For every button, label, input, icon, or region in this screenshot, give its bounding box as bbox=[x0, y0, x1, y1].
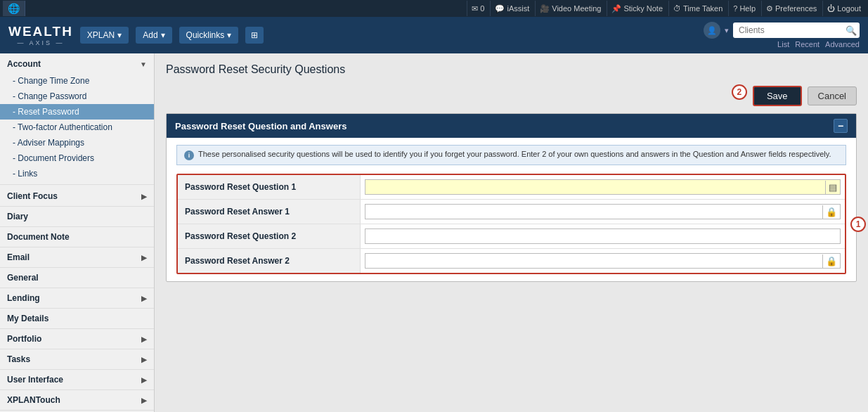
lock-icon-2[interactable]: 🔒 bbox=[822, 255, 840, 268]
sidebar-item-document-providers[interactable]: - Document Providers bbox=[0, 150, 154, 166]
logo: WEALTH — AXIS — bbox=[8, 24, 73, 46]
answer1-input[interactable] bbox=[365, 205, 822, 219]
answer1-input-wrap: 🔒 bbox=[365, 204, 841, 219]
logo-sub: — AXIS — bbox=[17, 39, 64, 46]
add-button[interactable]: Add ▾ bbox=[136, 27, 171, 44]
sidebar-user-interface[interactable]: User Interface ▶ bbox=[0, 370, 154, 390]
iassist-button[interactable]: 💬 iAssist bbox=[490, 1, 533, 16]
question1-input-wrap: ▤ bbox=[365, 179, 841, 195]
chevron-down-icon: ▾ bbox=[161, 30, 165, 40]
field-answer1: 🔒 bbox=[361, 201, 845, 222]
form-section: Password Reset Question 1 ▤ Password Res… bbox=[176, 174, 846, 274]
form-row-answer1: Password Reset Answer 1 🔒 bbox=[178, 200, 845, 224]
logout-button[interactable]: ⏻ Logout bbox=[822, 1, 865, 16]
help-button[interactable]: ? Help bbox=[728, 1, 760, 16]
panel-title: Password Reset Question and Answers bbox=[175, 121, 346, 131]
chevron-right-icon: ▶ bbox=[141, 356, 147, 363]
gear-icon: ⚙ bbox=[766, 4, 773, 13]
chevron-right-icon: ▶ bbox=[141, 376, 147, 384]
chevron-down-icon: ▾ bbox=[227, 30, 231, 40]
help-icon: ? bbox=[733, 4, 737, 13]
search-area: 👤 ▾ 🔍 List Recent Advanced bbox=[704, 22, 860, 49]
search-icon-button[interactable]: 🔍 bbox=[846, 25, 857, 36]
top-bar-left: 🌐 bbox=[3, 1, 25, 16]
save-button[interactable]: Save bbox=[753, 86, 802, 106]
mail-icon: ✉ bbox=[472, 4, 478, 13]
advanced-link[interactable]: Advanced bbox=[825, 40, 860, 49]
sidebar-item-reset-password[interactable]: - Reset Password bbox=[0, 104, 154, 120]
panel: Password Reset Question and Answers − i … bbox=[166, 113, 857, 282]
sidebar-email[interactable]: Email ▶ bbox=[0, 247, 154, 268]
sidebar-account-header[interactable]: Account ▼ bbox=[0, 53, 154, 73]
recent-link[interactable]: Recent bbox=[795, 40, 820, 49]
sidebar-item-links[interactable]: - Links bbox=[0, 166, 154, 181]
sidebar: Account ▼ - Change Time Zone - Change Pa… bbox=[0, 53, 155, 412]
question2-input[interactable] bbox=[365, 228, 841, 244]
sidebar-diary[interactable]: Diary bbox=[0, 207, 154, 227]
panel-header: Password Reset Question and Answers − bbox=[167, 114, 856, 138]
info-box: i These personalised security questions … bbox=[176, 145, 846, 165]
main-layout: Account ▼ - Change Time Zone - Change Pa… bbox=[0, 53, 868, 412]
grid-icon: ⊞ bbox=[251, 30, 258, 40]
sidebar-tasks[interactable]: Tasks ▶ bbox=[0, 349, 154, 370]
field-question2 bbox=[361, 226, 845, 247]
video-icon: 🎥 bbox=[540, 4, 550, 13]
panel-collapse-button[interactable]: − bbox=[834, 119, 848, 133]
mail-button[interactable]: ✉ 0 bbox=[467, 1, 488, 16]
label-answer2: Password Reset Answer 2 bbox=[178, 249, 361, 273]
sidebar-item-two-factor[interactable]: - Two-factor Authentication bbox=[0, 120, 154, 135]
list-icon[interactable]: ▤ bbox=[825, 181, 840, 194]
lock-icon[interactable]: 🔒 bbox=[822, 205, 840, 219]
search-input-wrap: 🔍 bbox=[733, 22, 860, 38]
video-meeting-button[interactable]: 🎥 Video Meeting bbox=[535, 1, 605, 16]
sidebar-document-note[interactable]: Document Note bbox=[0, 227, 154, 247]
globe-icon[interactable]: 🌐 bbox=[3, 1, 25, 16]
quicklinks-button[interactable]: Quicklinks ▾ bbox=[179, 27, 239, 44]
sidebar-item-change-password[interactable]: - Change Password bbox=[0, 89, 154, 104]
search-input[interactable] bbox=[733, 22, 860, 38]
chevron-right-icon: ▶ bbox=[141, 335, 147, 343]
info-text: These personalised security questions wi… bbox=[198, 150, 831, 158]
logout-icon: ⏻ bbox=[827, 4, 835, 13]
sidebar-portfolio[interactable]: Portfolio ▶ bbox=[0, 329, 154, 349]
chevron-right-icon: ▶ bbox=[141, 397, 147, 404]
sidebar-item-adviser-mappings[interactable]: - Adviser Mappings bbox=[0, 135, 154, 150]
sidebar-xplantouch[interactable]: XPLANTouch ▶ bbox=[0, 390, 154, 411]
time-taken-button[interactable]: ⏱ Time Taken bbox=[668, 1, 727, 16]
chevron-right-icon: ▶ bbox=[141, 254, 147, 262]
sidebar-item-change-timezone[interactable]: - Change Time Zone bbox=[0, 73, 154, 89]
sidebar-lending[interactable]: Lending ▶ bbox=[0, 288, 154, 309]
sidebar-general[interactable]: General bbox=[0, 268, 154, 288]
top-bar: 🌐 ✉ 0 💬 iAssist 🎥 Video Meeting 📌 Sticky… bbox=[0, 0, 868, 17]
cancel-button[interactable]: Cancel bbox=[808, 86, 857, 105]
label-answer1: Password Reset Answer 1 bbox=[178, 200, 361, 224]
header-bar: WEALTH — AXIS — XPLAN ▾ Add ▾ Quicklinks… bbox=[0, 17, 868, 53]
top-bar-right: ✉ 0 💬 iAssist 🎥 Video Meeting 📌 Sticky N… bbox=[467, 1, 865, 16]
sticky-note-button[interactable]: 📌 Sticky Note bbox=[607, 1, 667, 16]
header-links: List Recent Advanced bbox=[777, 40, 860, 49]
answer2-input-wrap: 🔒 bbox=[365, 253, 841, 269]
question1-input[interactable] bbox=[365, 180, 825, 194]
label-question1: Password Reset Question 1 bbox=[178, 175, 361, 199]
answer2-input[interactable] bbox=[365, 254, 822, 268]
field-answer2: 🔒 bbox=[361, 250, 845, 271]
annotation-2-wrap: 2 Save bbox=[753, 86, 802, 106]
chevron-right-icon: ▶ bbox=[141, 295, 147, 302]
xplan-button[interactable]: XPLAN ▾ bbox=[80, 27, 129, 44]
form-row-question1: Password Reset Question 1 ▤ bbox=[178, 175, 845, 200]
form-section-wrap: 1 Password Reset Question 1 ▤ bbox=[176, 174, 846, 274]
preferences-button[interactable]: ⚙ Preferences bbox=[761, 1, 821, 16]
mail-count: 0 bbox=[480, 4, 484, 13]
sidebar-my-details[interactable]: My Details bbox=[0, 309, 154, 329]
sidebar-account-label: Account bbox=[7, 59, 41, 69]
field-question1: ▤ bbox=[361, 176, 845, 198]
sidebar-client-focus[interactable]: Client Focus ▶ bbox=[0, 186, 154, 207]
list-link[interactable]: List bbox=[777, 40, 789, 49]
grid-button[interactable]: ⊞ bbox=[245, 27, 264, 44]
form-row-answer2: Password Reset Answer 2 🔒 bbox=[178, 249, 845, 273]
toolbar-row: 2 Save Cancel bbox=[166, 86, 857, 106]
client-icon: 👤 bbox=[704, 22, 720, 39]
client-dropdown[interactable]: ▾ bbox=[725, 26, 729, 35]
sticky-note-icon: 📌 bbox=[611, 4, 621, 13]
chevron-down-icon: ▼ bbox=[140, 60, 147, 68]
